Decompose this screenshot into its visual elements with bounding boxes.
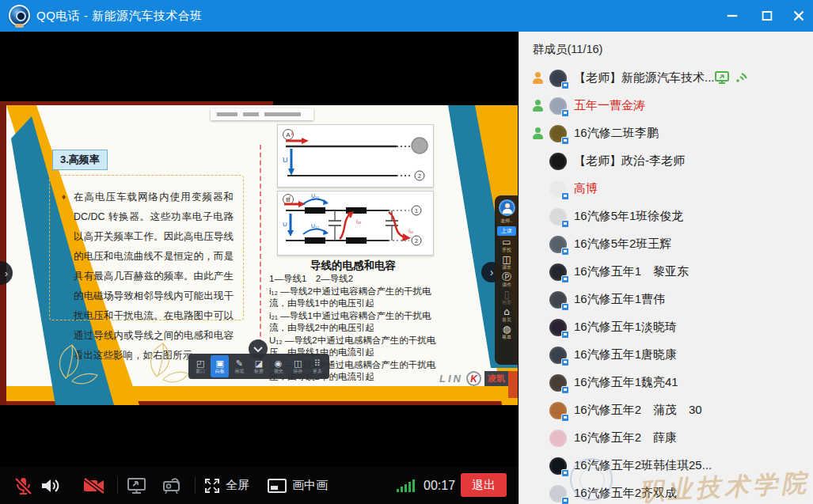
speaking-audio-icon (735, 72, 748, 85)
member-name: 16汽修五年1魏亮41 (574, 375, 678, 390)
annotation-tool[interactable]: ◫ 保存 (289, 355, 307, 377)
sidebar-tool[interactable]: ◍ 菜单 (495, 324, 519, 340)
toolbar-divider (117, 477, 118, 494)
svg-text:i₁₂: i₁₂ (408, 228, 413, 233)
webcam-logo-icon (9, 5, 30, 26)
sidebar-tool[interactable]: ▭ 开投 (495, 237, 519, 253)
member-row[interactable]: 【老师】新能源汽车技术... (519, 64, 813, 92)
slide-section-title: 3.高频率 (52, 150, 108, 170)
svg-text:U₂₁: U₂₁ (311, 193, 320, 199)
member-row[interactable]: 16汽修二班李鹏 (519, 119, 813, 147)
mobile-badge (561, 497, 569, 504)
call-controls-bar: 全屏 画中画 00:17 退出 (0, 467, 519, 504)
annotation-tool[interactable]: ◪ 板擦 (250, 355, 268, 377)
lin-k-logo: LIN K 凌凯 (439, 371, 508, 386)
sidebar-tool-icon: ▯ (504, 290, 510, 300)
diagram-a: A i U 2 (277, 124, 434, 188)
teacher-avatar[interactable] (499, 199, 515, 216)
mobile-badge (561, 109, 569, 117)
member-row[interactable]: 16汽修五年1 黎亚东 (519, 258, 813, 286)
sidebar-tool-icon: ⌂ (503, 307, 510, 317)
leaf-decoration (50, 329, 196, 386)
annotation-tool[interactable]: ✎ 画笔 (230, 355, 249, 377)
annotation-tool[interactable]: ⠿ 更多 (308, 355, 326, 377)
member-name: 五年一曹金涛 (574, 98, 645, 113)
member-row[interactable]: 16汽修5年1班徐俊龙 (519, 203, 813, 230)
avatar (549, 319, 567, 336)
annotation-tool-icon: ◉ (275, 359, 283, 369)
maximize-button[interactable] (754, 0, 781, 32)
member-row[interactable]: 高博 (519, 175, 813, 203)
member-name: 【老师】新能源汽车技术... (574, 70, 715, 85)
member-name: 16汽修五年2 薛康 (574, 430, 677, 445)
member-list: 【老师】新能源汽车技术... (519, 64, 813, 504)
microphone-muted-button[interactable] (13, 467, 33, 504)
member-name: 16汽修五年2齐双成 (574, 486, 677, 501)
member-row[interactable]: 16汽修五年1唐晓康 (519, 341, 813, 369)
annotation-tool[interactable]: ▣ 白板 (211, 355, 229, 377)
titlebar: QQ电话 - 新能源汽车技术合班 (0, 0, 813, 32)
member-row[interactable]: 16汽修五年2 薛康 (519, 424, 813, 452)
member-row[interactable]: 【老师】政治-李老师 (519, 147, 813, 175)
avatar (549, 430, 567, 447)
member-name: 高博 (574, 181, 598, 196)
member-row[interactable]: 16汽修五年1淡晓琦 (519, 313, 813, 341)
mobile-badge (561, 414, 569, 422)
avatar (549, 208, 567, 225)
sidebar-tool[interactable]: ▯ 画册 (495, 290, 519, 305)
sidebar-tool-label: 课件 (502, 282, 511, 288)
window-title: QQ电话 - 新能源汽车技术合班 (36, 0, 203, 32)
teach-sidebar: 老师.. 上课 ▭ 开投 ◫ 课本 Ⓟ 课件 ▯ (495, 195, 519, 365)
members-panel: 群成员(11/16) 【老师】新能源汽车技术... (519, 32, 813, 504)
member-row[interactable]: 16汽修五年1曹伟 (519, 286, 813, 313)
presentation-share-button[interactable] (161, 467, 183, 504)
signal-strength-icon (397, 467, 417, 504)
camera-off-button[interactable] (82, 467, 106, 504)
mobile-badge (561, 358, 569, 366)
member-row[interactable]: 16汽修5年2班王辉 (519, 230, 813, 258)
svg-text:U: U (283, 221, 287, 228)
annotation-tool-label: 画笔 (234, 369, 244, 374)
annotation-toolbar: ◰ 窗口 ▣ 白板 ✎ 画笔 ◪ 板擦 (188, 354, 329, 379)
close-button[interactable] (785, 0, 812, 32)
screen-share-button[interactable] (127, 467, 148, 504)
fullscreen-label: 全屏 (226, 478, 249, 493)
fullscreen-button[interactable]: 全屏 (204, 467, 249, 504)
member-name: 16汽修五年2 蒲茂 30 (574, 403, 702, 418)
member-row[interactable]: 五年一曹金涛 (519, 92, 813, 119)
avatar (549, 347, 567, 364)
member-row[interactable]: 16汽修五年2齐双成 (519, 479, 813, 504)
avatar (549, 180, 567, 198)
mobile-badge (561, 331, 569, 339)
qq-call-window: QQ电话 - 新能源汽车技术合班 (0, 0, 813, 504)
annotation-tool-icon: ⠿ (314, 359, 321, 369)
diagram-caption: 导线的电感和电容 (269, 259, 437, 273)
sidebar-tool[interactable]: Ⓟ 课件 (495, 272, 519, 288)
minimize-button[interactable] (719, 0, 746, 32)
annotation-tool-label: 保存 (293, 369, 302, 374)
mobile-badge (561, 303, 569, 311)
member-row[interactable]: 16汽修五年2班韩佳琪25... (519, 452, 813, 479)
class-button[interactable]: 上课 (497, 226, 516, 236)
legend-line: i₂₁ —导线1中通过电容耦合产生的干扰电流，由导线2中的电压引起 (269, 310, 442, 335)
sidebar-tool[interactable]: ⌂ 首页 (495, 307, 519, 323)
member-row[interactable]: 16汽修五年2 蒲茂 30 (519, 396, 813, 424)
sidebar-tool-label: 画册 (502, 300, 511, 305)
pip-button[interactable]: 画中画 (268, 467, 328, 504)
member-status-icon (532, 127, 544, 139)
member-row[interactable]: 16汽修五年1魏亮41 (519, 369, 813, 396)
sidebar-tool[interactable]: ◫ 课本 (495, 255, 519, 271)
sidebar-tool-label: 首页 (502, 317, 511, 323)
annotation-tool-icon: ◫ (294, 359, 302, 369)
annotation-tool[interactable]: ◉ 激光 (269, 355, 287, 377)
exit-call-button[interactable]: 退出 (461, 473, 507, 497)
annotation-tool-label: 窗口 (196, 369, 205, 374)
annotation-tool-icon: ✎ (236, 359, 243, 369)
pip-label: 画中画 (292, 478, 328, 493)
speaker-button[interactable] (40, 467, 60, 504)
member-name: 16汽修五年1曹伟 (574, 292, 665, 307)
annotation-tool[interactable]: ◰ 窗口 (192, 355, 210, 377)
call-timer: 00:17 (424, 467, 455, 504)
members-header: 群成员(11/16) (519, 32, 813, 57)
mobile-badge (561, 137, 569, 145)
